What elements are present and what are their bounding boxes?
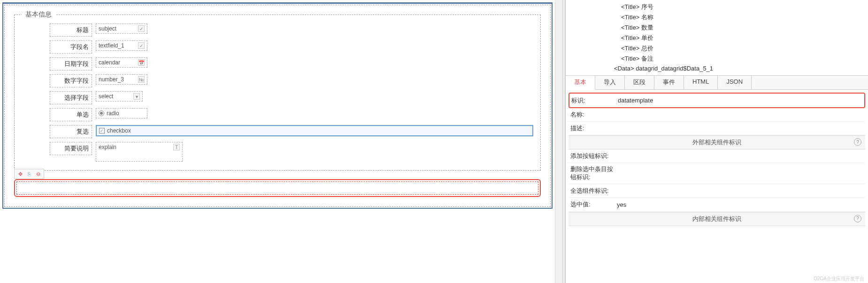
tab-html[interactable]: HTML: [684, 76, 718, 89]
properties-sidebar: <Title> 序号 <Title> 名称 <Title> 数量 <Title>…: [565, 0, 868, 283]
textarea-icon: T: [173, 144, 180, 150]
prop-label: 名称:: [570, 110, 615, 119]
radio-icon: [99, 110, 104, 116]
tree-item[interactable]: <Title> 名称: [569, 12, 864, 23]
form-row-title[interactable]: 标题 subject ✓: [22, 24, 533, 37]
tree-item[interactable]: <Title> 备注: [569, 54, 864, 64]
field-value: subject: [99, 25, 116, 32]
form-label: 选择字段: [50, 91, 92, 104]
tree-item[interactable]: <Title> 数量: [569, 23, 864, 33]
prop-add-button-id[interactable]: 添加按钮标识:: [568, 149, 865, 163]
tree-item[interactable]: ▲<Data> datagrid_datagrid$Data_4_1: [569, 73, 864, 75]
calendar-icon: 📅: [138, 59, 145, 66]
watermark: O2OA企业应用开发平台: [814, 275, 864, 282]
dropdown-icon: ▾: [133, 93, 140, 100]
form-row-fieldname[interactable]: 字段名 textfield_1 ✓: [22, 40, 533, 54]
delete-icon[interactable]: ⊖: [34, 170, 42, 178]
tree-item[interactable]: <Title> 总价: [569, 43, 864, 54]
form-row-explain[interactable]: 简要说明 explain T: [22, 142, 533, 162]
form-label: 单选: [50, 108, 92, 121]
prop-label: 选中值:: [570, 200, 615, 209]
help-icon[interactable]: ?: [854, 138, 861, 146]
field-value: checkbox: [107, 127, 131, 134]
prop-label: 描述:: [570, 124, 615, 133]
tab-section[interactable]: 区段: [625, 76, 654, 89]
form-field-checkbox[interactable]: ✓ checkbox: [96, 125, 533, 136]
form-label: 简要说明: [50, 142, 92, 155]
check-icon: ✓: [138, 25, 145, 32]
copy-icon[interactable]: ⎘: [25, 170, 33, 178]
canvas-outer-border: 基本信息 标题 subject ✓ 字段名 textfield_1 ✓: [2, 2, 553, 209]
tab-event[interactable]: 事件: [654, 76, 684, 89]
canvas-inner: 基本信息 标题 subject ✓ 字段名 textfield_1 ✓: [4, 5, 551, 207]
tree-item[interactable]: <Title> 单价: [569, 33, 864, 43]
form-row-date[interactable]: 日期字段 calendar 📅: [22, 57, 533, 71]
prop-identifier[interactable]: 标识: datatemplate: [568, 93, 865, 108]
checkbox-icon: ✓: [99, 128, 105, 134]
form-field-textfield[interactable]: textfield_1 ✓: [96, 40, 147, 51]
field-value: explain: [99, 144, 116, 150]
field-value: textfield_1: [99, 42, 124, 49]
form-row-checkbox[interactable]: 复选 ✓ checkbox: [22, 125, 533, 138]
form-row-select[interactable]: 选择字段 select ▾: [22, 91, 533, 104]
selected-component-wrapper[interactable]: ✥ ⎘ ⊖: [14, 179, 541, 197]
prop-label: 标识:: [571, 96, 616, 105]
datatemplate-drop-area[interactable]: [16, 181, 538, 195]
prop-delete-button-id[interactable]: 删除选中条目按钮标识:: [568, 163, 865, 184]
main-scrollbar[interactable]: [555, 0, 562, 283]
form-row-number[interactable]: 数字字段 number_3 №: [22, 74, 533, 87]
tab-json[interactable]: JSON: [718, 76, 752, 89]
tab-import[interactable]: 导入: [595, 76, 625, 89]
tree-toggle-icon[interactable]: ▲: [607, 74, 612, 75]
prop-label: 添加按钮标识:: [570, 152, 615, 160]
tree-item[interactable]: <Data> datagrid_datagrid$Data_5_1: [569, 64, 864, 73]
prop-name[interactable]: 名称:: [568, 108, 865, 122]
prop-value-input[interactable]: yes: [615, 200, 863, 209]
form-label: 日期字段: [50, 57, 92, 71]
section-title: 基本信息: [22, 10, 55, 19]
number-icon: №: [138, 76, 145, 83]
prop-label: 全选组件标识:: [570, 187, 615, 195]
form-field-explain[interactable]: explain T: [96, 142, 183, 162]
move-icon[interactable]: ✥: [16, 170, 24, 178]
prop-description[interactable]: 描述:: [568, 122, 865, 135]
form-label: 数字字段: [50, 74, 92, 87]
field-value: number_3: [99, 76, 124, 83]
component-toolbar: ✥ ⎘ ⊖: [14, 169, 44, 179]
field-value: select: [99, 93, 113, 100]
form-section-basic[interactable]: 基本信息 标题 subject ✓ 字段名 textfield_1 ✓: [14, 15, 541, 171]
properties-panel: 标识: datatemplate 名称: 描述: 外部相关组件标识 ? 添加按钮…: [566, 90, 868, 283]
prop-value-input[interactable]: [615, 127, 863, 129]
help-icon[interactable]: ?: [854, 215, 861, 222]
prop-value-input[interactable]: datatemplate: [616, 96, 862, 105]
check-icon: ✓: [138, 42, 145, 49]
component-tree[interactable]: <Title> 序号 <Title> 名称 <Title> 数量 <Title>…: [566, 0, 868, 75]
field-value: radio: [107, 110, 119, 117]
design-canvas[interactable]: 基本信息 标题 subject ✓ 字段名 textfield_1 ✓: [0, 0, 555, 283]
tree-item[interactable]: <Title> 序号: [569, 2, 864, 12]
section-header-external: 外部相关组件标识 ?: [568, 135, 865, 149]
prop-value-input[interactable]: [615, 114, 863, 116]
form-field-number[interactable]: number_3 №: [96, 74, 147, 85]
form-field-subject[interactable]: subject ✓: [96, 24, 147, 34]
prop-selectall-id[interactable]: 全选组件标识:: [568, 184, 865, 198]
form-label: 复选: [50, 125, 92, 138]
prop-label: 删除选中条目按钮标识:: [570, 165, 615, 181]
form-row-radio[interactable]: 单选 radio: [22, 108, 533, 121]
prop-value-input[interactable]: [615, 155, 863, 157]
form-label: 字段名: [50, 40, 92, 54]
selected-datatemplate[interactable]: [14, 179, 541, 197]
tab-basic[interactable]: 基本: [566, 76, 595, 90]
form-field-select[interactable]: select ▾: [96, 91, 143, 102]
prop-value-input[interactable]: [615, 190, 863, 192]
form-label: 标题: [50, 24, 92, 37]
form-field-radio[interactable]: radio: [96, 108, 147, 118]
prop-value-input[interactable]: [615, 165, 863, 167]
form-field-calendar[interactable]: calendar 📅: [96, 57, 147, 68]
field-value: calendar: [99, 59, 120, 66]
property-tabs: 基本 导入 区段 事件 HTML JSON: [566, 75, 868, 90]
prop-selected-value[interactable]: 选中值: yes: [568, 198, 865, 212]
section-header-internal: 内部相关组件标识 ?: [568, 212, 865, 226]
